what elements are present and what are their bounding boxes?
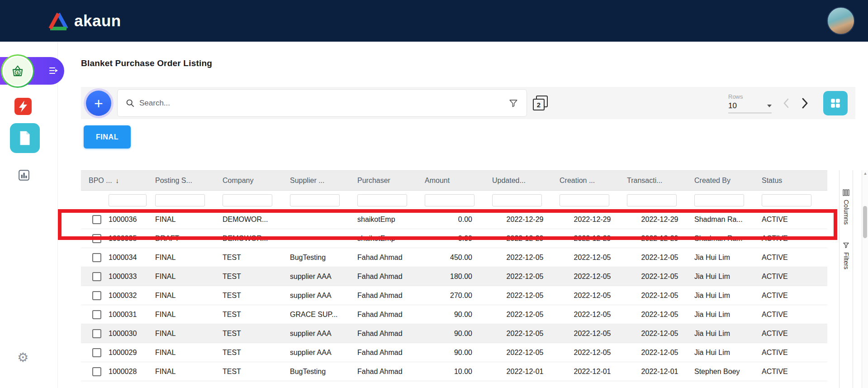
add-button[interactable]: + [86, 91, 111, 116]
cell-created_by: Shadman Ra... [693, 210, 760, 229]
column-header-status[interactable]: Status [760, 171, 827, 191]
filter-input-bpo[interactable] [109, 194, 147, 206]
scroll-up-icon[interactable]: ▲ [862, 171, 868, 176]
header-row: BPO ...↓Posting S...CompanySupplier ...P… [81, 171, 827, 191]
row-checkbox[interactable] [92, 329, 101, 338]
row-checkbox[interactable] [92, 234, 101, 243]
filter-input-posting[interactable] [155, 194, 205, 206]
cell-supplier: supplier AAA [288, 267, 356, 286]
column-header-label: Supplier ... [290, 177, 324, 184]
document-icon [19, 130, 31, 146]
filter-cell-bpo [81, 191, 153, 210]
cell-posting: FINAL [153, 267, 221, 286]
document-module-button[interactable] [10, 123, 40, 153]
columns-tab[interactable]: Columns [843, 189, 850, 225]
column-header-transaction[interactable]: Transacti... [625, 171, 693, 191]
cell-updated: 2022-12-05 [490, 248, 558, 267]
table-row[interactable]: 1000028FINALTESTBugTestingFahad Ahmad10.… [81, 362, 827, 381]
column-header-bpo[interactable]: BPO ...↓ [81, 171, 153, 191]
cell-company: DEMOWOR... [221, 210, 288, 229]
table-row[interactable]: 1000031FINALTESTGRACE SUP...Fahad Ahmad9… [81, 305, 827, 324]
column-header-posting[interactable]: Posting S... [153, 171, 221, 191]
filter-input-creation[interactable] [560, 194, 609, 206]
table-scrollbar[interactable]: ▲ [862, 170, 868, 388]
chart-module-button[interactable] [18, 169, 30, 181]
table-row[interactable]: 1000034FINALTESTBugTestingFahad Ahmad450… [81, 248, 827, 267]
user-avatar[interactable] [827, 7, 855, 35]
cell-bpo: 1000036 [81, 210, 153, 229]
brand-logo: akaun [48, 11, 121, 30]
table-row[interactable]: 1000036FINALDEMOWOR...shaikotEmp0.002022… [81, 210, 827, 229]
cell-supplier: supplier AAA [288, 324, 356, 343]
cell-supplier: GRACE SUP... [288, 305, 356, 324]
sort-desc-icon[interactable]: ↓ [116, 177, 119, 184]
table-row[interactable]: 1000035DRAFTDEMOWOR...shaikotEmp0.002022… [81, 229, 827, 248]
column-header-label: BPO ... [89, 177, 112, 184]
row-checkbox[interactable] [92, 310, 101, 319]
cell-created_by: Stephen Boey [693, 362, 760, 381]
settings-gear-icon[interactable]: ⚙ [17, 351, 28, 364]
cell-transaction: 2022-12-05 [625, 324, 693, 343]
row-checkbox[interactable] [92, 253, 101, 262]
column-header-supplier[interactable]: Supplier ... [288, 171, 356, 191]
cell-company: TEST [221, 324, 288, 343]
filter-input-purchaser[interactable] [357, 194, 407, 206]
status-filter-chip[interactable]: FINAL [84, 125, 131, 148]
filter-funnel-icon[interactable] [508, 98, 518, 108]
table-row[interactable]: 1000029FINALTESTsupplier AAAFahad Ahmad9… [81, 343, 827, 362]
sales-basket-module-button[interactable]: $ [1, 54, 34, 88]
cell-amount: 0.00 [423, 229, 490, 248]
duplicate-view-icon[interactable]: 2 [531, 94, 550, 112]
filter-input-amount[interactable] [425, 194, 474, 206]
filter-input-transaction[interactable] [627, 194, 677, 206]
bpo-number: 1000033 [109, 273, 137, 280]
table-row[interactable]: 1000032FINALTESTsupplier AAAFahad Ahmad2… [81, 286, 827, 305]
row-checkbox[interactable] [92, 215, 101, 224]
row-checkbox[interactable] [92, 348, 101, 357]
column-header-created_by[interactable]: Created By [693, 171, 760, 191]
scrollbar-thumb[interactable] [863, 206, 867, 238]
cell-purchaser: Fahad Ahmad [356, 305, 423, 324]
filter-input-created_by[interactable] [694, 194, 744, 206]
cell-purchaser: Fahad Ahmad [356, 343, 423, 362]
column-header-company[interactable]: Company [221, 171, 288, 191]
filters-tab[interactable]: Filters [843, 242, 850, 269]
cell-supplier [288, 229, 356, 248]
filter-cell-company [221, 191, 288, 210]
row-checkbox[interactable] [92, 367, 101, 376]
column-header-creation[interactable]: Creation ... [558, 171, 625, 191]
cell-supplier: BugTesting [288, 362, 356, 381]
rows-per-page-select[interactable]: 10 [728, 101, 772, 113]
cell-updated: 2022-12-29 [490, 210, 558, 229]
filter-input-company[interactable] [223, 194, 272, 206]
cell-company: TEST [221, 286, 288, 305]
column-header-purchaser[interactable]: Purchaser [356, 171, 423, 191]
filter-input-supplier[interactable] [290, 194, 340, 206]
cell-posting: FINAL [153, 286, 221, 305]
row-checkbox[interactable] [92, 272, 101, 281]
filter-input-updated[interactable] [492, 194, 542, 206]
cell-bpo: 1000034 [81, 248, 153, 267]
filter-cell-supplier [288, 191, 356, 210]
cell-status: ACTIVE [760, 324, 827, 343]
search-input[interactable] [139, 99, 504, 108]
next-page-button[interactable] [798, 96, 811, 110]
table-row[interactable]: 1000030FINALTESTsupplier AAAFahad Ahmad9… [81, 324, 827, 343]
filter-cell-transaction [625, 191, 693, 210]
filters-funnel-icon [843, 242, 849, 249]
grid-view-button[interactable] [823, 91, 848, 115]
cell-updated: 2022-12-01 [490, 362, 558, 381]
table-row[interactable]: 1000033FINALTESTsupplier AAAFahad Ahmad1… [81, 267, 827, 286]
column-header-updated[interactable]: Updated... [490, 171, 558, 191]
cell-purchaser: Fahad Ahmad [356, 324, 423, 343]
column-header-label: Creation ... [560, 177, 595, 184]
filter-input-status[interactable] [762, 194, 811, 206]
row-checkbox[interactable] [92, 291, 101, 300]
svg-text:$: $ [16, 71, 19, 75]
prev-page-button[interactable] [781, 97, 792, 110]
cell-transaction: 2022-12-29 [625, 210, 693, 229]
bpo-number: 1000036 [109, 216, 137, 223]
red-module-button[interactable] [14, 97, 32, 115]
bpo-number: 1000032 [109, 292, 137, 299]
column-header-amount[interactable]: Amount [423, 171, 490, 191]
